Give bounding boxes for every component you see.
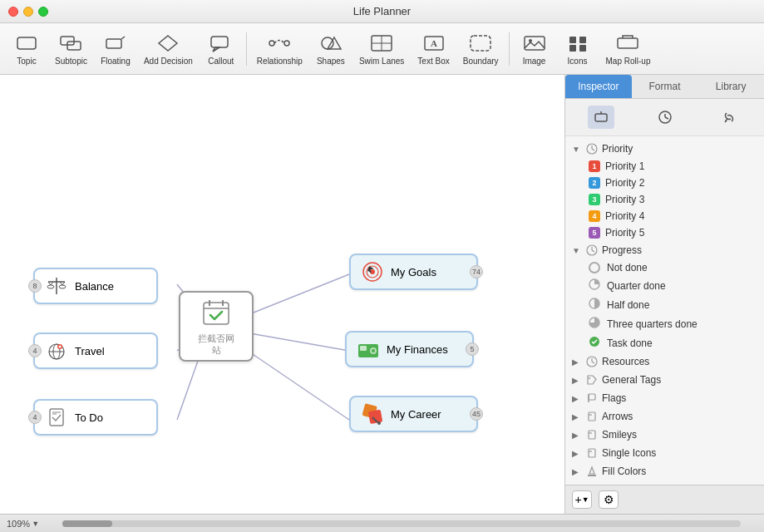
close-button[interactable] [8,7,18,17]
toolbar-topic[interactable]: Topic [7,28,47,69]
tree-progress[interactable]: ▼ Progress [565,241,764,259]
tree-flags[interactable]: ▶ Flags [565,389,764,407]
traffic-lights [8,7,48,17]
tree-priority2[interactable]: 2 Priority 2 [565,175,764,191]
mycareer-node[interactable]: 45 My Career [349,396,478,432]
toolbar-floating[interactable]: Floating [96,28,136,69]
svg-line-29 [245,332,349,351]
todo-icon [45,406,68,429]
tree-priority3[interactable]: 3 Priority 3 [565,191,764,208]
fillcolors-label: Fill Colors [602,466,757,477]
maximize-button[interactable] [38,7,48,17]
myfinances-node[interactable]: 5 My Finances [345,331,474,367]
tab-inspector[interactable]: Inspector [565,75,632,98]
toolbar-relationship[interactable]: Relationship [252,28,308,69]
half-label: Half done [607,299,757,311]
resources-label: Resources [602,356,757,367]
titlebar: Life Planner [0,0,764,23]
tab-format[interactable]: Format [632,75,698,98]
tree-notdone[interactable]: Not done [565,259,764,276]
svg-rect-22 [569,45,576,52]
svg-line-70 [592,149,594,150]
tree-priority[interactable]: ▼ Priority [565,140,764,158]
mygoals-badge: 74 [470,265,483,278]
svg-rect-84 [589,412,595,421]
add-topic-icon-btn[interactable] [588,106,614,129]
minimize-button[interactable] [23,7,33,17]
zoom-dropdown-arrow[interactable]: ▼ [32,520,39,528]
panel-icon-buttons [565,99,764,136]
todo-node[interactable]: 4 To Do [33,399,158,436]
toolbar-boundary[interactable]: Boundary [458,28,504,69]
svg-rect-31 [204,303,229,324]
tree-halfdone[interactable]: Half done [565,295,764,314]
fillcolors-icon [585,465,599,478]
mycareer-badge: 45 [470,407,483,421]
notdone-label: Not done [607,262,757,273]
svg-marker-11 [328,37,341,49]
toolbar-icons[interactable]: Icons [558,28,598,69]
tree-priority4[interactable]: 4 Priority 4 [565,208,764,224]
generaltags-label: General Tags [602,374,757,386]
svg-rect-18 [525,37,545,50]
clock-icon-btn[interactable] [652,106,678,129]
tab-library[interactable]: Library [697,75,764,98]
shapes-label: Shapes [317,57,345,66]
toolbar-text-box[interactable]: A Text Box [412,28,454,69]
tree-priority5[interactable]: 5 Priority 5 [565,224,764,241]
scroll-thumb[interactable] [62,520,112,527]
mycareer-label: My Career [391,408,441,421]
mycareer-icon [361,402,384,426]
mygoals-node[interactable]: 74 My Goals [349,254,478,290]
priority2-dot: 2 [589,177,600,189]
tree-threequarters[interactable]: Three quarters done [565,314,764,333]
toolbar-shapes[interactable]: Shapes [311,28,351,69]
toolbar-callout[interactable]: Callout [201,28,241,69]
main-area: 拦截否网站 8 Balance 4 [0,75,764,514]
relationship-icon [268,32,291,55]
bottom-bar: 109% ▼ [0,514,764,532]
mygoals-label: My Goals [391,266,436,278]
tree-generaltags[interactable]: ▶ General Tags [565,371,764,389]
tree-quarterdone[interactable]: Quarter done [565,276,764,295]
sep1 [246,32,247,66]
tree-taskdone[interactable]: Task done [565,333,764,352]
balance-node[interactable]: 8 Balance [33,268,158,304]
tree-arrows[interactable]: ▶ Arrows [565,407,764,426]
toolbar-subtopic[interactable]: Subtopic [50,28,92,69]
balance-badge: 8 [28,279,42,293]
singleicons-arrow: ▶ [572,449,582,458]
canvas[interactable]: 拦截否网站 8 Balance 4 [0,75,564,514]
toolbar-map-rollup[interactable]: Map Roll-up [601,28,656,69]
singleicons-icon [585,446,599,460]
flags-icon [585,392,599,405]
tree-singleicons[interactable]: ▶ Single Icons [565,444,764,462]
tree-fillcolors[interactable]: ▶ Fill Colors [565,462,764,480]
horizontal-scrollbar[interactable] [62,520,741,527]
flags-arrow: ▶ [572,394,582,403]
progress-icon [585,244,599,257]
svg-marker-5 [159,36,177,51]
toolbar-image[interactable]: Image [515,28,555,69]
toolbar-add-decision[interactable]: Add Decision [139,28,198,69]
sep2 [509,32,510,66]
link-icon-btn[interactable] [716,106,742,129]
svg-rect-0 [17,37,36,49]
smileys-arrow: ▶ [572,431,582,440]
map-rollup-label: Map Roll-up [606,57,651,66]
svg-rect-20 [569,37,576,43]
priority4-label: Priority 4 [605,210,757,222]
svg-point-47 [59,346,62,348]
toolbar-swim-lanes[interactable]: Swim Lanes [354,28,409,69]
tree-smileys[interactable]: ▶ Smileys [565,426,764,444]
gear-btn[interactable]: ⚙ [599,490,619,509]
travel-node[interactable]: 4 Travel [33,332,158,369]
balance-icon [45,274,68,298]
add-dropdown-btn[interactable]: + ▼ [572,490,592,509]
arrows-label: Arrows [602,411,757,422]
tree-resources[interactable]: ▶ Resources [565,352,764,371]
tree-priority1[interactable]: 1 Priority 1 [565,158,764,175]
central-node[interactable]: 拦截否网站 [179,291,254,362]
priority3-label: Priority 3 [605,194,757,205]
smileys-icon [585,428,599,441]
